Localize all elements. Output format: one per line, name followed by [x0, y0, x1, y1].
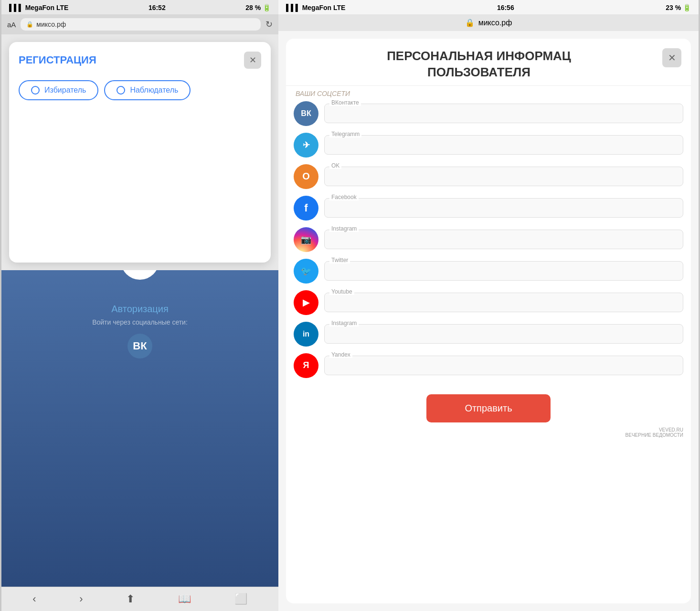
yandex-icon-label: Я — [303, 360, 309, 370]
status-bar-right: ▌▌▌ MegaFon LTE 16:56 23 % 🔋 — [278, 0, 699, 14]
left-phone: ▌▌▌ MegaFon LTE 16:52 28 % 🔋 аА 🔒 миксо.… — [1, 0, 278, 611]
battery-left: 28 % 🔋 — [245, 4, 271, 11]
yandex-input[interactable] — [325, 356, 683, 375]
section-header: ВАШИ СОЦСЕТИ — [286, 86, 691, 101]
youtube-icon-label: ▶ — [303, 297, 309, 308]
twitter-input[interactable] — [325, 262, 683, 280]
time-right: 16:56 — [497, 4, 514, 11]
close-button[interactable]: ✕ — [244, 52, 261, 69]
radio-label-1: Избиратель — [44, 86, 86, 95]
vk-icon: ВК — [133, 340, 147, 352]
bookmark-button[interactable]: 📖 — [178, 593, 191, 605]
vk-input-wrapper: ВКонтакте — [324, 104, 683, 123]
modal-right-title: ПЕРСОНАЛЬНАЯ ИНФОРМАЦ ПОЛЬЗОВАТЕЛЯ — [296, 48, 662, 81]
submit-area: Отправить — [286, 385, 691, 427]
auth-area: Авторизация Войти через социальные сети:… — [1, 270, 278, 587]
vk-icon-label: ВК — [301, 109, 311, 118]
facebook-input-wrapper: Facebook — [324, 198, 683, 218]
right-phone: ▌▌▌ MegaFon LTE 16:56 23 % 🔋 🔒 миксо.рф … — [278, 0, 699, 611]
url-text-right: миксо.рф — [478, 19, 512, 27]
ok-icon-label: О — [302, 171, 310, 182]
signal-left: ▌▌▌ MegaFon LTE — [9, 4, 68, 11]
telegram-field-label: Telegramm — [329, 131, 361, 137]
instagram-icon-circle: 📷 — [294, 227, 318, 252]
linkedin-field-label: Instagram — [329, 320, 359, 327]
social-row-telegram: ✈ Telegramm — [294, 133, 683, 158]
browser-bar-left: аА 🔒 миксо.рф ↻ — [1, 14, 278, 34]
twitter-icon-circle: 🐦 — [294, 259, 318, 284]
radio-group: Избиратель Наблюдатель — [19, 80, 261, 100]
refresh-icon[interactable]: ↻ — [265, 19, 273, 30]
ok-input[interactable] — [325, 167, 683, 186]
yandex-field-label: Yandex — [329, 351, 352, 358]
linkedin-icon-label: in — [303, 330, 309, 338]
instagram-icon-label: 📷 — [301, 234, 311, 245]
auth-title: Авторизация — [111, 304, 169, 315]
submit-button[interactable]: Отправить — [426, 394, 550, 422]
telegram-input-wrapper: Telegramm — [324, 135, 683, 155]
auth-subtitle: Войти через социальные сети: — [92, 318, 188, 326]
close-button-right[interactable]: ✕ — [662, 48, 681, 67]
telegram-icon-circle: ✈ — [294, 133, 318, 158]
watermark-name: ВЕЧЕРНИЕ ВЕДОМОСТИ — [626, 432, 683, 438]
radio-label-2: Наблюдатель — [130, 86, 178, 95]
back-button[interactable]: ‹ — [32, 593, 36, 605]
time-left: 16:52 — [148, 4, 166, 11]
facebook-input[interactable] — [325, 199, 683, 217]
social-row-facebook: f Facebook — [294, 196, 683, 221]
ok-icon-circle: О — [294, 164, 318, 189]
browser-bar-right: 🔒 миксо.рф — [278, 14, 699, 31]
vk-icon-circle: ВК — [294, 101, 318, 126]
modal-content-area — [19, 110, 261, 253]
instagram-field-label: Instagram — [329, 225, 359, 232]
instagram-input-wrapper: Instagram — [324, 230, 683, 249]
social-row-youtube: ▶ Youtube — [294, 290, 683, 315]
forward-button[interactable]: › — [79, 593, 83, 605]
ok-field-label: OK — [329, 162, 341, 169]
social-row-linkedin: in Instagram — [294, 322, 683, 347]
tabs-button[interactable]: ⬜ — [234, 593, 247, 605]
twitter-icon-label: 🐦 — [301, 266, 311, 276]
aa-button[interactable]: аА — [7, 21, 16, 29]
radio-circle-2 — [117, 86, 125, 95]
url-bar-left[interactable]: 🔒 миксо.рф — [21, 18, 261, 31]
youtube-input-wrapper: Youtube — [324, 293, 683, 312]
youtube-field-label: Youtube — [329, 288, 354, 295]
facebook-field-label: Facebook — [329, 194, 359, 200]
modal-title: РЕГИСТРАЦИЯ — [19, 54, 96, 66]
lock-icon: 🔒 — [26, 21, 33, 28]
social-row-instagram: 📷 Instagram — [294, 227, 683, 252]
vk-input[interactable] — [325, 104, 683, 123]
signal-right: ▌▌▌ MegaFon LTE — [286, 4, 345, 11]
linkedin-input-wrapper: Instagram — [324, 324, 683, 344]
telegram-input[interactable] — [325, 136, 683, 154]
vk-field-label: ВКонтакте — [329, 99, 361, 106]
share-button[interactable]: ⬆ — [126, 593, 135, 605]
ok-input-wrapper: OK — [324, 167, 683, 186]
bottom-nav: ‹ › ⬆ 📖 ⬜ — [1, 587, 278, 611]
instagram-input[interactable] — [325, 230, 683, 249]
youtube-input[interactable] — [325, 293, 683, 312]
yandex-input-wrapper: Yandex — [324, 356, 683, 375]
social-fields-container: ВК ВКонтакте ✈ Telegramm — [286, 101, 691, 378]
personal-info-modal: ПЕРСОНАЛЬНАЯ ИНФОРМАЦ ПОЛЬЗОВАТЕЛЯ ✕ ВАШ… — [286, 39, 691, 603]
yandex-icon-circle: Я — [294, 353, 318, 378]
lock-icon-right: 🔒 — [465, 18, 475, 27]
modal-right-header: ПЕРСОНАЛЬНАЯ ИНФОРМАЦ ПОЛЬЗОВАТЕЛЯ ✕ — [286, 39, 691, 86]
registration-modal: РЕГИСТРАЦИЯ ✕ Избиратель Наблюдатель — [9, 42, 271, 263]
linkedin-input[interactable] — [325, 325, 683, 343]
telegram-icon-label: ✈ — [303, 140, 310, 150]
social-row-twitter: 🐦 Twitter — [294, 259, 683, 284]
battery-right: 23 % 🔋 — [666, 4, 691, 11]
status-bar-left: ▌▌▌ MegaFon LTE 16:52 28 % 🔋 — [1, 0, 278, 14]
radio-nablyudatel[interactable]: Наблюдатель — [104, 80, 191, 100]
radio-circle-1 — [31, 86, 40, 95]
watermark: VEVED.RU ВЕЧЕРНИЕ ВЕДОМОСТИ — [286, 427, 691, 442]
vk-auth-button[interactable]: ВК — [127, 334, 152, 358]
facebook-icon-label: f — [304, 202, 308, 214]
watermark-site: VEVED.RU — [659, 427, 683, 432]
social-row-vk: ВК ВКонтакте — [294, 101, 683, 126]
radio-izbirate[interactable]: Избиратель — [19, 80, 98, 100]
social-row-ok: О OK — [294, 164, 683, 189]
url-text-left: миксо.рф — [36, 21, 66, 28]
